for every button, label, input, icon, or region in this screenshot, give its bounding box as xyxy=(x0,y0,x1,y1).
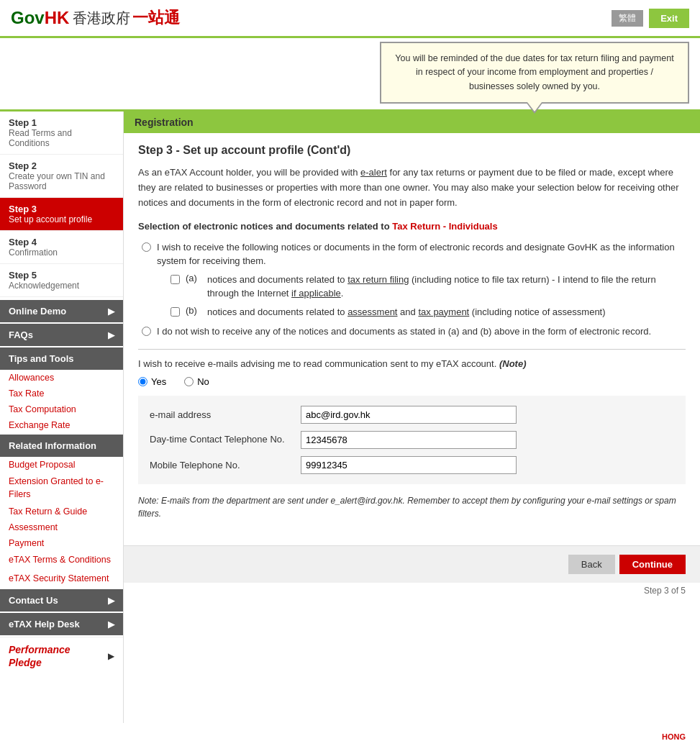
hk-logo: HONG KONG xyxy=(617,727,689,741)
arrow-icon: ▶ xyxy=(108,596,114,606)
sidebar-link-tax-return-guide[interactable]: Tax Return & Guide xyxy=(0,504,123,519)
header-right: 繁體 Exit xyxy=(612,9,689,28)
step2-desc: Create your own TIN and Password xyxy=(9,171,114,191)
registration-header: Registration xyxy=(124,112,700,133)
step4-desc: Confirmation xyxy=(9,247,114,258)
sidebar-step-3[interactable]: Step 3 Set up account profile xyxy=(0,198,123,231)
option1a-checkbox[interactable] xyxy=(171,275,180,284)
no-radio[interactable] xyxy=(184,377,194,386)
svg-text:HONG: HONG xyxy=(662,732,686,741)
option1-container: I wish to receive the following notices … xyxy=(138,240,686,319)
email-section: I wish to receive e-mails advising me to… xyxy=(138,358,686,387)
option1b-checkbox[interactable] xyxy=(171,307,180,317)
yes-radio[interactable] xyxy=(138,377,147,386)
step1-title: Step 1 xyxy=(9,117,114,128)
sidebar-tips-tools[interactable]: Tips and Tools xyxy=(0,347,123,370)
sidebar-step-5[interactable]: Step 5 Acknowledgement xyxy=(0,264,123,297)
option1b-label: (b) xyxy=(186,305,201,316)
main-layout: Step 1 Read Terms and Conditions Step 2 … xyxy=(0,112,700,723)
sidebar: Step 1 Read Terms and Conditions Step 2 … xyxy=(0,112,124,723)
sidebar-step-1[interactable]: Step 1 Read Terms and Conditions xyxy=(0,112,123,155)
sidebar-link-tax-computation[interactable]: Tax Computation xyxy=(0,401,123,417)
arrow-icon: ▶ xyxy=(108,619,114,629)
page-header: Gov HK 香港政府 一站通 繁體 Exit xyxy=(0,0,700,38)
logo: Gov HK 香港政府 一站通 xyxy=(11,7,180,29)
content-area: Registration Step 3 - Set up account pro… xyxy=(124,112,700,723)
lang-button[interactable]: 繁體 xyxy=(612,10,643,27)
sidebar-related-info[interactable]: Related Information xyxy=(0,435,123,457)
sidebar-link-tax-rate[interactable]: Tax Rate xyxy=(0,386,123,401)
hk-logo-area: HONG KONG xyxy=(0,723,700,741)
sidebar-link-allowances[interactable]: Allowances xyxy=(0,370,123,386)
tooltip-box: You will be reminded of the due dates fo… xyxy=(380,42,689,104)
sidebar-performance-pledge[interactable]: PerformancePledge ▶ xyxy=(0,637,123,675)
option2-radio[interactable] xyxy=(142,327,151,336)
page-description: As an eTAX Account holder, you will be p… xyxy=(138,165,686,210)
sidebar-link-assessment[interactable]: Assessment xyxy=(0,519,123,535)
sidebar-online-demo[interactable]: Online Demo ▶ xyxy=(0,300,123,322)
email-input[interactable] xyxy=(301,406,517,424)
yes-option[interactable]: Yes xyxy=(138,376,166,387)
content-body: Step 3 - Set up account profile (Cont'd)… xyxy=(124,133,700,545)
email-label: e-mail address xyxy=(150,409,301,420)
logo-chinese-text: 香港政府 xyxy=(73,9,130,28)
back-button[interactable]: Back xyxy=(568,555,615,574)
arrow-icon: ▶ xyxy=(108,306,114,317)
sidebar-link-etax-terms[interactable]: eTAX Terms & Conditions xyxy=(0,551,123,570)
buttons-area: Back Continue xyxy=(124,545,700,583)
option1a-text: notices and documents related to tax ret… xyxy=(207,273,686,301)
mobile-input[interactable] xyxy=(301,456,517,474)
logo-tagline-text: 一站通 xyxy=(132,7,180,29)
step4-title: Step 4 xyxy=(9,237,114,247)
no-option[interactable]: No xyxy=(184,376,209,387)
daytime-label: Day-time Contact Telephone No. xyxy=(150,433,301,446)
option1-text: I wish to receive the following notices … xyxy=(157,240,682,268)
sidebar-faqs[interactable]: FAQs ▶ xyxy=(0,324,123,346)
sidebar-link-etax-security[interactable]: eTAX Security Statement xyxy=(0,570,123,588)
step1-desc: Read Terms and Conditions xyxy=(9,128,114,148)
sidebar-link-exchange-rate[interactable]: Exchange Rate xyxy=(0,417,123,433)
note-text: Note: E-mails from the department are se… xyxy=(138,494,686,520)
option2-container: I do not wish to receive any of the noti… xyxy=(138,324,686,339)
option1a-label: (a) xyxy=(186,273,201,283)
step3-title: Step 3 xyxy=(9,204,114,214)
step-indicator: Step 3 of 5 xyxy=(124,583,700,601)
sidebar-etax-help[interactable]: eTAX Help Desk ▶ xyxy=(0,613,123,635)
logo-gov-text: Gov xyxy=(11,8,45,28)
arrow-icon: ▶ xyxy=(108,330,114,340)
step5-title: Step 5 xyxy=(9,270,114,281)
arrow-icon: ▶ xyxy=(108,651,114,661)
option1-radio[interactable] xyxy=(142,242,151,252)
option2-text: I do not wish to receive any of the noti… xyxy=(157,324,651,339)
daytime-input[interactable] xyxy=(301,431,517,449)
sidebar-step-2[interactable]: Step 2 Create your own TIN and Password xyxy=(0,155,123,198)
mobile-label: Mobile Telephone No. xyxy=(150,460,301,470)
option1b-text: notices and documents related to assessm… xyxy=(207,305,606,319)
continue-button[interactable]: Continue xyxy=(619,555,686,574)
sidebar-link-budget[interactable]: Budget Proposal xyxy=(0,457,123,473)
sidebar-step-4[interactable]: Step 4 Confirmation xyxy=(0,231,123,264)
form-section: e-mail address Day-time Contact Telephon… xyxy=(138,396,686,484)
step3-desc: Set up account profile xyxy=(9,214,114,224)
sidebar-contact-us[interactable]: Contact Us ▶ xyxy=(0,589,123,612)
exit-button[interactable]: Exit xyxy=(649,9,689,28)
selection-header: Selection of electronic notices and docu… xyxy=(138,221,686,232)
step5-desc: Acknowledgement xyxy=(9,281,114,291)
sidebar-link-extension[interactable]: Extension Granted to e-Filers xyxy=(0,473,123,504)
step2-title: Step 2 xyxy=(9,160,114,171)
email-prompt: I wish to receive e-mails advising me to… xyxy=(138,358,686,369)
logo-hk-text: HK xyxy=(45,8,70,28)
performance-logo: PerformancePledge xyxy=(9,643,71,669)
page-title: Step 3 - Set up account profile (Cont'd) xyxy=(138,144,686,157)
sidebar-link-payment[interactable]: Payment xyxy=(0,535,123,551)
